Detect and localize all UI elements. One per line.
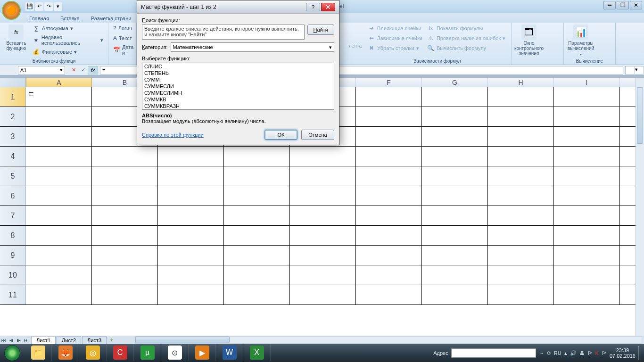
cell[interactable] [26, 226, 92, 245]
cell[interactable] [488, 166, 554, 186]
row-header[interactable]: 4 [0, 147, 26, 166]
formula-expand-icon-2[interactable]: ▾ [635, 66, 644, 74]
taskbar-chrome[interactable]: ⊙ [161, 344, 189, 361]
row-header[interactable]: 10 [0, 265, 26, 285]
address-go-icon[interactable]: → [539, 350, 544, 356]
cell[interactable] [224, 147, 290, 166]
row-header[interactable]: 1 [0, 87, 26, 107]
cell[interactable] [422, 186, 488, 206]
cell[interactable] [92, 166, 158, 186]
row-header[interactable]: 7 [0, 206, 26, 225]
sheet-nav-next-icon[interactable]: ▶ [15, 336, 23, 344]
cell[interactable] [488, 87, 554, 107]
cell[interactable] [224, 226, 290, 245]
cell[interactable] [554, 265, 620, 285]
cell[interactable] [422, 246, 488, 265]
tab-insert[interactable]: Вставка [56, 14, 84, 23]
kaspersky-icon[interactable]: K [595, 350, 599, 356]
cell[interactable] [290, 265, 356, 285]
cell[interactable] [92, 285, 158, 304]
function-list-item[interactable]: СУММКВ [142, 96, 334, 103]
column-header-a[interactable]: A [26, 78, 92, 87]
cell[interactable] [92, 147, 158, 166]
cell[interactable] [356, 265, 422, 285]
qat-customize-icon[interactable]: ▾ [54, 2, 62, 11]
formula-expand-icon[interactable] [625, 66, 635, 74]
start-button[interactable] [0, 344, 25, 362]
cell[interactable] [26, 147, 92, 166]
scrollbar-thumb[interactable] [637, 87, 643, 144]
tray-date[interactable]: 07.02.2016 [610, 353, 636, 359]
cell[interactable] [488, 265, 554, 285]
column-header-h[interactable]: H [488, 78, 554, 87]
taskbar-utorrent[interactable]: µ [134, 344, 161, 361]
minimize-button[interactable]: ━ [603, 1, 616, 9]
qat-undo-icon[interactable]: ↶ [35, 2, 43, 11]
cell[interactable] [554, 206, 620, 225]
enter-formula-icon[interactable]: ✓ [78, 66, 88, 74]
cell[interactable] [26, 186, 92, 206]
cell[interactable] [488, 127, 554, 146]
tray-refresh-icon[interactable]: ⟳ [547, 350, 551, 356]
address-input[interactable] [451, 348, 536, 358]
flag-icon[interactable]: 🏳 [587, 350, 593, 356]
cell[interactable] [290, 246, 356, 265]
cell[interactable] [554, 166, 620, 186]
taskbar-app-yellow[interactable]: ◎ [79, 344, 107, 361]
cell[interactable] [92, 186, 158, 206]
sheet-tab-1[interactable]: Лист1 [31, 336, 56, 344]
cell[interactable] [26, 107, 92, 126]
cancel-formula-icon[interactable]: ✕ [69, 66, 78, 74]
cell[interactable] [26, 265, 92, 285]
name-box[interactable]: A1▾ [18, 66, 65, 74]
cell[interactable] [422, 127, 488, 146]
cell[interactable] [554, 226, 620, 245]
cell[interactable] [158, 265, 224, 285]
evaluate-formula-button[interactable]: 🔍Вычислить формулу [425, 43, 507, 53]
cell[interactable] [488, 107, 554, 126]
cell[interactable] [158, 206, 224, 225]
cell[interactable] [158, 285, 224, 304]
cell[interactable] [356, 166, 422, 186]
cell[interactable] [356, 285, 422, 304]
horizontal-scrollbar[interactable] [135, 336, 642, 344]
cell[interactable] [488, 226, 554, 245]
row-header[interactable]: 8 [0, 226, 26, 245]
cell[interactable] [356, 226, 422, 245]
cell[interactable] [92, 246, 158, 265]
tab-page-layout[interactable]: Разметка страни [86, 14, 136, 23]
cell[interactable] [422, 226, 488, 245]
cell[interactable] [422, 206, 488, 225]
cell[interactable] [290, 147, 356, 166]
cell[interactable] [422, 107, 488, 126]
dialog-help-button[interactable]: ? [306, 3, 320, 11]
financial-button[interactable]: 💰Финансовые ▾ [31, 47, 105, 57]
taskbar-media-player[interactable]: ▶ [189, 344, 216, 361]
qat-redo-icon[interactable]: ↷ [44, 2, 53, 11]
language-indicator[interactable]: RU [554, 350, 561, 356]
column-header-g[interactable]: G [422, 78, 488, 87]
recently-used-button[interactable]: ★Недавно использовались ▾ [31, 33, 105, 47]
function-list-item[interactable]: СУММКВРАЗН [142, 103, 334, 109]
ok-button[interactable]: ОК [264, 130, 297, 140]
cell[interactable] [158, 246, 224, 265]
cell[interactable] [92, 265, 158, 285]
action-center-icon[interactable]: 🏳 [602, 350, 607, 356]
cell[interactable] [26, 285, 92, 304]
cell[interactable] [290, 166, 356, 186]
taskbar-word[interactable]: W [216, 344, 243, 361]
taskbar-excel[interactable]: X [243, 344, 271, 361]
cell[interactable] [488, 285, 554, 304]
cell[interactable] [488, 186, 554, 206]
column-header-i[interactable]: I [554, 78, 620, 87]
cell[interactable] [92, 206, 158, 225]
row-header[interactable]: 2 [0, 107, 26, 126]
cell[interactable] [290, 226, 356, 245]
cell[interactable] [290, 186, 356, 206]
cell[interactable] [554, 107, 620, 126]
row-header[interactable]: 5 [0, 166, 26, 186]
tray-time[interactable]: 23:39 [610, 347, 636, 353]
search-button[interactable]: Найти [307, 25, 334, 35]
row-header[interactable]: 3 [0, 127, 26, 146]
taskbar-explorer[interactable]: 📁 [25, 344, 52, 361]
